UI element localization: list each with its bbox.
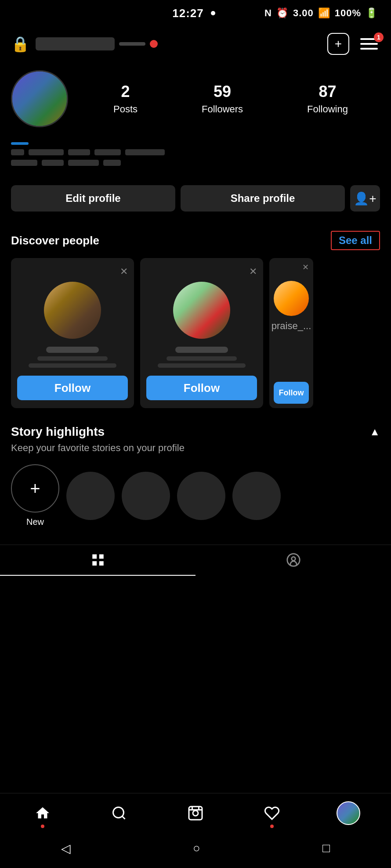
redact-7 [42, 160, 64, 166]
posts-count: 2 [121, 82, 130, 101]
status-dot [211, 11, 215, 15]
nav-activity[interactable] [254, 796, 290, 831]
nav-profile[interactable] [331, 796, 366, 831]
posts-stat[interactable]: 2 Posts [113, 82, 138, 115]
profile-avatar[interactable] [11, 70, 68, 127]
battery-level: 100% [335, 7, 361, 19]
person-sub2-2 [158, 363, 246, 368]
home-button[interactable]: ○ [193, 841, 200, 855]
activity-active-dot [270, 825, 274, 828]
bottom-nav: ◁ ○ □ [0, 793, 391, 868]
home-icon [35, 805, 51, 821]
back-button[interactable]: ◁ [61, 841, 71, 856]
new-highlight-label: New [26, 517, 44, 527]
nav-action-icons: + 1 [327, 33, 380, 55]
card-close-3[interactable]: ✕ [302, 262, 309, 272]
nav-reels[interactable] [178, 796, 213, 831]
add-post-button[interactable]: + [327, 33, 349, 55]
person-avatar-1[interactable] [44, 282, 101, 339]
card-close-2[interactable]: ✕ [249, 266, 257, 277]
svg-rect-2 [92, 561, 97, 566]
highlight-2[interactable] [122, 472, 170, 520]
highlight-circle-1[interactable] [66, 472, 115, 520]
highlight-circle-4[interactable] [232, 472, 281, 520]
following-count: 87 [319, 82, 336, 101]
redact-1 [11, 149, 24, 155]
highlights-header: Story highlights ▲ [11, 425, 380, 439]
top-nav: 🔒 + 1 [0, 26, 391, 61]
highlights-title: Story highlights [11, 425, 105, 439]
see-all-button[interactable]: See all [331, 231, 380, 250]
follow-button-2[interactable]: Follow [146, 376, 257, 400]
person-add-icon: 👤+ [354, 191, 376, 206]
following-stat[interactable]: 87 Following [307, 82, 348, 115]
svg-rect-3 [99, 561, 103, 566]
highlights-subtitle: Keep your favorite stories on your profi… [11, 442, 380, 454]
status-bar: 12:27 N ⏰ 3.00 📶 100% 🔋 [0, 0, 391, 26]
person-card-3: ✕ praise_... Follow [269, 258, 313, 408]
signal-icon: 📶 [318, 7, 330, 19]
lock-icon: 🔒 [11, 35, 29, 53]
posts-label: Posts [113, 104, 138, 115]
svg-rect-1 [99, 554, 103, 559]
person-sub-1 [37, 356, 108, 361]
discover-section: Discover people See all ✕ Follow ✕ Follo… [0, 222, 391, 414]
profile-section: 2 Posts 59 Followers 87 Following [0, 61, 391, 142]
notification-badge: 1 [374, 32, 384, 42]
person-avatar-2[interactable] [173, 282, 230, 339]
collapse-icon[interactable]: ▲ [369, 426, 380, 438]
new-highlight-circle[interactable]: + [11, 464, 59, 513]
svg-point-9 [193, 811, 198, 816]
username-area [36, 37, 327, 50]
discover-person-button[interactable]: 👤+ [350, 185, 380, 212]
live-dot [150, 40, 158, 48]
bio-line-1 [11, 149, 380, 155]
person-sub2-1 [29, 363, 116, 368]
nav-spacer [0, 576, 391, 650]
redact-3 [68, 149, 90, 155]
highlight-1[interactable] [66, 472, 115, 520]
highlight-circle-3[interactable] [177, 472, 225, 520]
tagged-icon [286, 552, 301, 567]
nav-search[interactable] [101, 796, 137, 831]
highlights-row: + New [11, 464, 380, 527]
recent-button[interactable]: □ [322, 841, 330, 855]
share-profile-button[interactable]: Share profile [181, 185, 345, 212]
edit-profile-button[interactable]: Edit profile [11, 185, 175, 212]
svg-line-7 [122, 816, 125, 819]
menu-button[interactable]: 1 [358, 36, 380, 52]
person-avatar-3[interactable] [274, 281, 309, 316]
nav-avatar[interactable] [337, 801, 360, 825]
follow-button-1[interactable]: Follow [17, 376, 128, 400]
followers-label: Followers [202, 104, 243, 115]
person-label-3: praise_... [272, 320, 311, 332]
status-icons: N ⏰ 3.00 📶 100% 🔋 [264, 7, 378, 19]
username-block [36, 37, 115, 50]
highlights-section: Story highlights ▲ Keep your favorite st… [0, 414, 391, 536]
redact-9 [103, 160, 121, 166]
person-card-2: ✕ Follow [140, 258, 263, 408]
bio-section [0, 142, 391, 179]
highlight-new[interactable]: + New [11, 464, 59, 527]
avatar-image [12, 72, 67, 126]
tab-tagged[interactable] [196, 545, 391, 576]
system-nav: ◁ ○ □ [0, 833, 391, 868]
follow-button-3[interactable]: Follow [274, 382, 309, 404]
redact-4 [94, 149, 121, 155]
nav-home[interactable] [25, 796, 60, 831]
followers-stat[interactable]: 59 Followers [202, 82, 243, 115]
username-dash [119, 42, 145, 46]
people-cards: ✕ Follow ✕ Follow ✕ praise_... Follow [11, 258, 380, 408]
bio-line-2 [11, 160, 380, 166]
person-name-bar-1 [46, 347, 99, 353]
redact-8 [68, 160, 99, 166]
tab-grid[interactable] [0, 545, 196, 576]
highlight-3[interactable] [177, 472, 225, 520]
highlight-4[interactable] [232, 472, 281, 520]
person-name-bar-2 [175, 347, 228, 353]
highlight-circle-2[interactable] [122, 472, 170, 520]
alarm-icon: ⏰ [276, 7, 289, 19]
menu-line-2 [360, 43, 378, 45]
card-close-1[interactable]: ✕ [120, 266, 128, 277]
reels-icon [188, 805, 203, 821]
